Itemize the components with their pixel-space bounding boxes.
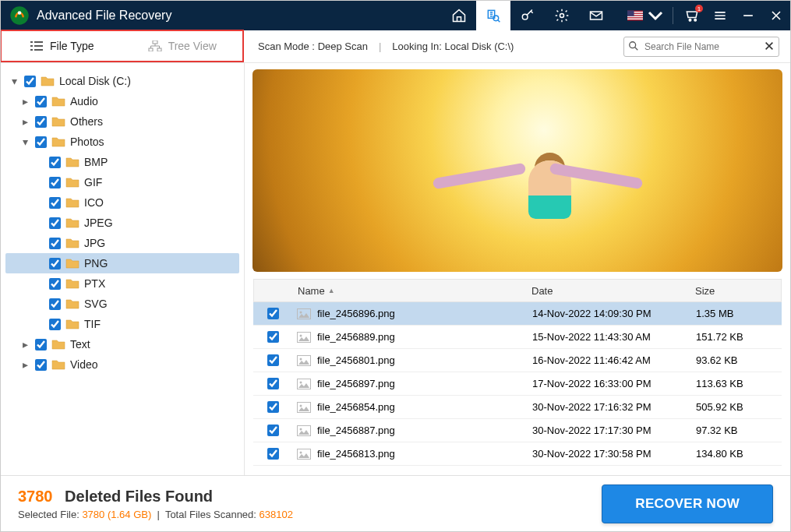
tree-checkbox[interactable] — [49, 238, 61, 249]
tree-leaf[interactable]: BMP — [5, 152, 239, 172]
table-row[interactable]: file_2456801.png16-Nov-2022 11:46:42 AM9… — [253, 349, 782, 372]
clear-search-icon[interactable] — [764, 41, 775, 51]
tree-checkbox[interactable] — [35, 116, 47, 128]
svg-rect-17 — [157, 48, 161, 51]
row-checkbox[interactable] — [267, 308, 279, 319]
folder-icon — [51, 116, 65, 127]
tree-leaf[interactable]: PTX — [5, 273, 239, 294]
file-size: 151.72 KB — [696, 331, 782, 343]
caret-icon[interactable]: ▸ — [19, 96, 30, 107]
svg-rect-12 — [627, 11, 634, 16]
tree-leaf[interactable]: JPEG — [5, 213, 239, 233]
folder-icon — [51, 339, 65, 350]
key-button[interactable] — [510, 1, 545, 30]
caret-down-icon[interactable]: ▾ — [9, 76, 19, 86]
tree-leaf[interactable]: TIF — [5, 314, 239, 334]
tree-checkbox[interactable] — [49, 217, 61, 229]
settings-button[interactable] — [545, 1, 579, 30]
sidebar-tree[interactable]: ▾ Local Disk (C:) ▸Audio▸Others▾PhotosBM… — [1, 63, 245, 475]
table-row[interactable]: file_2456887.png30-Nov-2022 17:17:30 PM9… — [253, 419, 782, 442]
search-input[interactable] — [623, 37, 779, 57]
row-checkbox[interactable] — [267, 331, 279, 343]
file-size: 1.35 MB — [696, 308, 782, 319]
tree-checkbox[interactable] — [49, 177, 61, 188]
svg-point-28 — [300, 404, 302, 407]
column-size[interactable]: Size — [695, 285, 781, 297]
tree-checkbox[interactable] — [49, 258, 61, 270]
tree-leaf[interactable]: JPG — [5, 233, 239, 253]
table-row[interactable]: file_2456896.png14-Nov-2022 14:09:30 PM1… — [253, 302, 782, 326]
tree-root[interactable]: ▾ Local Disk (C:) — [5, 71, 239, 91]
footer: 3780 Deleted Files Found Selected File: … — [1, 475, 790, 531]
file-name: file_2456897.png — [317, 378, 395, 389]
caret-icon[interactable]: ▸ — [19, 116, 30, 127]
tree-item[interactable]: ▾Photos — [5, 132, 239, 152]
view-tabs: File Type Tree View — [0, 30, 244, 62]
tree-item[interactable]: ▸Others — [5, 111, 239, 132]
table-body[interactable]: file_2456896.png14-Nov-2022 14:09:30 PM1… — [253, 302, 782, 474]
svg-point-14 — [694, 19, 697, 22]
svg-rect-16 — [149, 48, 153, 51]
caret-icon[interactable]: ▸ — [19, 339, 30, 350]
scan-button[interactable] — [476, 1, 510, 30]
folder-icon — [51, 136, 65, 147]
file-date: 30-Nov-2022 17:30:58 PM — [532, 448, 696, 460]
row-checkbox[interactable] — [267, 378, 279, 389]
folder-icon — [65, 319, 79, 329]
footer-sub: Selected File: 3780 (1.64 GB) | Total Fi… — [18, 509, 602, 520]
tab-tree-view[interactable]: Tree View — [122, 31, 243, 61]
close-button[interactable] — [762, 1, 790, 30]
tree-checkbox[interactable] — [35, 359, 47, 371]
tree-checkbox[interactable] — [49, 319, 61, 330]
image-file-icon — [297, 425, 311, 436]
tree-checkbox[interactable] — [35, 96, 47, 107]
file-size: 93.62 KB — [696, 354, 782, 366]
row-checkbox[interactable] — [267, 425, 279, 436]
tree-checkbox[interactable] — [49, 197, 61, 209]
table-row[interactable]: file_2456813.png30-Nov-2022 17:30:58 PM1… — [253, 442, 782, 466]
row-checkbox[interactable] — [267, 448, 279, 460]
tree-leaf[interactable]: ICO — [5, 192, 239, 213]
headline: 3780 Deleted Files Found — [18, 488, 602, 506]
tree-leaf[interactable]: PNG — [5, 253, 239, 273]
tab-file-type[interactable]: File Type — [2, 31, 122, 61]
tree-checkbox[interactable] — [35, 339, 47, 351]
folder-icon — [41, 76, 55, 86]
file-date: 15-Nov-2022 11:43:30 AM — [532, 331, 696, 343]
table-row[interactable]: file_2456889.png15-Nov-2022 11:43:30 AM1… — [253, 326, 782, 349]
file-date: 17-Nov-2022 16:33:00 PM — [532, 378, 696, 389]
app-title: Advanced File Recovery — [37, 9, 171, 23]
tree-checkbox[interactable] — [35, 136, 47, 148]
image-file-icon — [297, 402, 311, 413]
svg-point-24 — [300, 358, 302, 360]
cart-button[interactable]: 1 — [678, 1, 706, 30]
menu-button[interactable] — [706, 1, 734, 30]
tree-checkbox[interactable] — [24, 76, 36, 87]
tree-leaf[interactable]: SVG — [5, 294, 239, 314]
tree-leaf[interactable]: GIF — [5, 172, 239, 192]
file-name: file_2456801.png — [317, 354, 395, 366]
file-table: Name ▲ Date Size file_2456896.png14-Nov-… — [252, 278, 782, 475]
recover-button[interactable]: RECOVER NOW — [602, 484, 773, 523]
tree-item[interactable]: ▸Text — [5, 334, 239, 354]
caret-icon[interactable]: ▾ — [19, 136, 30, 147]
minimize-button[interactable] — [734, 1, 762, 30]
table-row[interactable]: file_2456897.png17-Nov-2022 16:33:00 PM1… — [253, 372, 782, 396]
tree-item[interactable]: ▸Audio — [5, 91, 239, 111]
row-checkbox[interactable] — [267, 401, 279, 413]
row-checkbox[interactable] — [267, 354, 279, 366]
image-file-icon — [297, 308, 311, 319]
home-button[interactable] — [442, 1, 476, 30]
table-row[interactable]: file_2456854.png30-Nov-2022 17:16:32 PM5… — [253, 396, 782, 419]
column-name[interactable]: Name ▲ — [293, 285, 531, 297]
language-button[interactable] — [623, 1, 668, 30]
image-file-icon — [297, 355, 311, 366]
tree-checkbox[interactable] — [49, 278, 61, 290]
column-date[interactable]: Date — [531, 285, 695, 297]
tree-checkbox[interactable] — [49, 157, 61, 168]
mail-button[interactable] — [579, 1, 613, 30]
tree-item[interactable]: ▸Video — [5, 354, 239, 375]
app-logo — [9, 5, 30, 26]
caret-icon[interactable]: ▸ — [19, 359, 30, 370]
tree-checkbox[interactable] — [49, 298, 61, 310]
